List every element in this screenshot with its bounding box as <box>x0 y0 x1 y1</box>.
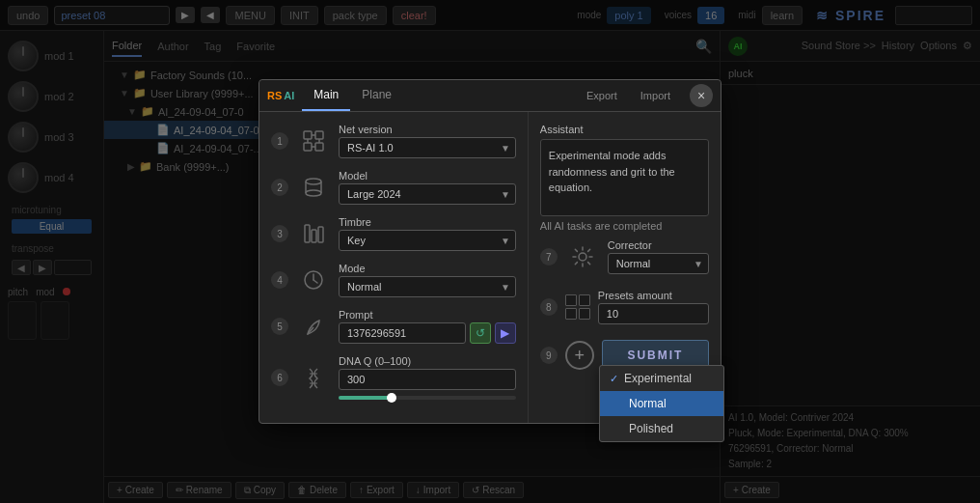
step2-label: Model <box>339 170 516 182</box>
step2-row: 2 Model Large 2024 <box>271 170 516 205</box>
net-version-select[interactable]: RS-AI 1.0 RS-AI 2.0 <box>339 137 516 158</box>
submit-plus-icon: + <box>565 341 594 370</box>
step5-row: 5 Prompt ↺ ▶ <box>271 309 516 344</box>
checkbox3[interactable] <box>565 308 577 320</box>
svg-rect-0 <box>304 131 312 139</box>
step3-row: 3 Timbre Key Pad <box>271 216 516 251</box>
assistant-label: Assistant <box>540 124 709 135</box>
export-tab-btn[interactable]: Export <box>579 86 625 105</box>
svg-rect-12 <box>305 225 310 242</box>
step6-num: 6 <box>271 369 288 386</box>
check-icon: ✓ <box>610 373 618 385</box>
presets-amount-input[interactable] <box>598 303 709 324</box>
step1-row: 1 Net ver <box>271 124 516 158</box>
step6-field-group: DNA Q (0–100) <box>339 355 516 400</box>
svg-rect-14 <box>318 227 323 242</box>
dna-input[interactable] <box>339 369 516 390</box>
checkbox1[interactable] <box>565 294 577 306</box>
assistant-section: Assistant Experimental mode adds randomn… <box>540 124 709 232</box>
clock-icon <box>296 263 331 297</box>
dna-slider-track <box>339 396 516 400</box>
network-icon <box>296 124 331 158</box>
net-version-select-wrapper: RS-AI 1.0 RS-AI 2.0 ▼ <box>339 137 516 158</box>
checkbox4[interactable] <box>579 308 590 320</box>
step2-num: 2 <box>271 179 288 196</box>
svg-rect-13 <box>312 230 316 242</box>
dna-slider-container <box>339 396 516 400</box>
step3-field-group: Timbre Key Pad Lead Bass Pluck ▼ <box>339 216 516 251</box>
rs-text: RS <box>267 90 282 101</box>
dna-icon <box>296 360 331 395</box>
step8-row: 8 Presets amount <box>540 290 709 324</box>
step3-num: 3 <box>271 225 288 242</box>
svg-point-8 <box>306 179 321 184</box>
assistant-box: Experimental mode adds randomness and gr… <box>540 139 709 216</box>
corrector-group: Corrector Normal Light Heavy Off ▼ <box>608 239 709 274</box>
corrector-select[interactable]: Normal Light Heavy Off <box>608 253 709 274</box>
checkbox2[interactable] <box>579 294 590 306</box>
prompt-refresh-button[interactable]: ↺ <box>470 322 491 344</box>
assistant-completed: All AI tasks are completed <box>540 220 709 232</box>
presets-amount-group: Presets amount <box>598 290 709 324</box>
svg-rect-2 <box>304 143 312 151</box>
step1-num: 1 <box>271 132 288 150</box>
prompt-go-button[interactable]: ▶ <box>495 322 516 344</box>
step7-num: 7 <box>540 248 558 265</box>
step1-label: Net version <box>339 124 516 135</box>
mode-dropdown-popup[interactable]: ✓ Experimental Normal Polished <box>599 365 724 442</box>
step2-field-group: Model Large 2024 Medium 2024 Small 2024 … <box>339 170 516 205</box>
rs-ai-badge: RS AI <box>267 90 294 101</box>
modal-left-column: 1 Net ver <box>259 112 529 423</box>
dropdown-item-label: Normal <box>629 397 667 410</box>
step6-row: 6 DNA Q (0–100) <box>271 355 516 400</box>
prompt-input[interactable] <box>339 322 466 344</box>
step9-num: 9 <box>540 347 558 364</box>
step5-label: Prompt <box>339 309 516 321</box>
modal-close-button[interactable]: × <box>690 84 713 107</box>
modal-tabs: RS AI Main Plane Export Import × <box>259 80 721 112</box>
cylinder-icon <box>296 170 331 205</box>
modal-tab-plane[interactable]: Plane <box>350 80 403 111</box>
checkbox-pair-2 <box>565 308 590 320</box>
step1-field-group: Net version RS-AI 1.0 RS-AI 2.0 ▼ <box>339 124 516 158</box>
presets-amount-label: Presets amount <box>598 290 709 301</box>
mode-select[interactable]: Experimental Normal Polished <box>339 276 516 297</box>
timbre-select-wrapper: Key Pad Lead Bass Pluck ▼ <box>339 230 516 251</box>
modal-overlay[interactable]: RS AI Main Plane Export Import × 1 <box>0 0 980 503</box>
model-select[interactable]: Large 2024 Medium 2024 Small 2024 <box>339 183 516 205</box>
dropdown-experimental[interactable]: ✓ Experimental <box>600 366 723 391</box>
checkbox-pair-1 <box>565 294 590 306</box>
dropdown-polished[interactable]: Polished <box>600 416 723 441</box>
dropdown-normal[interactable]: Normal <box>600 391 723 416</box>
step3-label: Timbre <box>339 216 516 228</box>
modal-tab-main[interactable]: Main <box>302 80 350 111</box>
grid-icon <box>296 216 331 251</box>
step4-num: 4 <box>271 271 288 289</box>
ai-text: AI <box>284 90 294 101</box>
dna-slider-thumb[interactable] <box>387 393 396 403</box>
timbre-select[interactable]: Key Pad Lead Bass Pluck <box>339 230 516 251</box>
dna-slider-fill <box>339 396 392 400</box>
gear-setting-icon <box>565 239 600 274</box>
step4-row: 4 Mode Experimental Norm <box>271 263 516 297</box>
step7-row: 7 Corrector Normal Light <box>540 239 709 274</box>
step8-num: 8 <box>540 298 558 316</box>
svg-point-11 <box>306 190 321 196</box>
step5-num: 5 <box>271 318 288 335</box>
mode-select-wrapper: Experimental Normal Polished ▼ <box>339 276 516 297</box>
leaf-icon <box>296 309 331 344</box>
dropdown-item-label: Experimental <box>624 372 692 385</box>
modal-dialog: RS AI Main Plane Export Import × 1 <box>259 79 721 424</box>
model-select-wrapper: Large 2024 Medium 2024 Small 2024 ▼ <box>339 183 516 205</box>
svg-line-17 <box>313 280 317 283</box>
import-tab-btn[interactable]: Import <box>633 86 678 105</box>
step4-field-group: Mode Experimental Normal Polished ▼ <box>339 263 516 297</box>
corrector-label: Corrector <box>608 239 709 251</box>
dropdown-item-label: Polished <box>629 422 673 435</box>
svg-point-21 <box>579 253 586 261</box>
svg-rect-3 <box>315 143 323 151</box>
step5-field-group: Prompt ↺ ▶ <box>339 309 516 344</box>
svg-rect-1 <box>315 131 323 139</box>
presets-checkboxes <box>565 294 590 320</box>
modal-tab-right: Export Import × <box>579 84 713 107</box>
